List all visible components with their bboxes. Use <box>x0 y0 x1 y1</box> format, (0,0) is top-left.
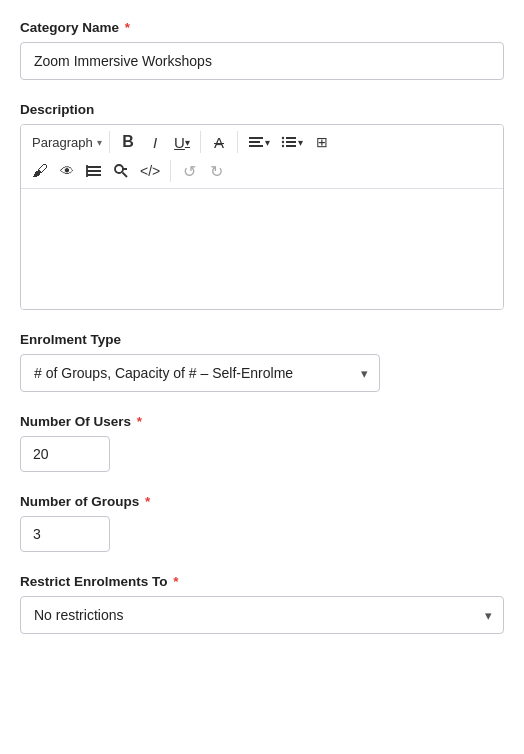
toolbar-sep-1 <box>109 131 110 153</box>
restrict-enrolments-select-wrapper: No restrictions ▾ <box>20 596 504 634</box>
category-name-label: Category Name * <box>20 20 504 35</box>
svg-point-7 <box>282 141 284 143</box>
category-name-section: Category Name * <box>20 20 504 80</box>
preview-button[interactable]: 👁 <box>54 158 80 184</box>
paragraph-chevron-icon: ▾ <box>97 137 102 148</box>
number-of-groups-section: Number of Groups * <box>20 494 504 552</box>
number-of-users-section: Number Of Users * <box>20 414 504 472</box>
restrict-enrolments-section: Restrict Enrolments To * No restrictions… <box>20 574 504 634</box>
toolbar-sep-4 <box>170 160 171 182</box>
number-of-users-label: Number Of Users * <box>20 414 504 429</box>
bold-button[interactable]: B <box>115 129 141 155</box>
indent-icon <box>86 163 102 179</box>
code-button[interactable]: </> <box>135 158 165 184</box>
restrict-enrolments-select[interactable]: No restrictions <box>20 596 504 634</box>
description-label: Description <box>20 102 504 117</box>
restrict-enrolments-label: Restrict Enrolments To * <box>20 574 504 589</box>
description-editor: Paragraph ▾ B I U▾ A ▾ <box>20 124 504 310</box>
find-replace-button[interactable] <box>108 158 134 184</box>
enrolment-type-select-wrapper: # of Groups, Capacity of # – Self-Enrolm… <box>20 354 380 392</box>
toolbar-sep-3 <box>237 131 238 153</box>
svg-point-8 <box>282 145 284 147</box>
description-body[interactable] <box>21 189 503 309</box>
special-button[interactable]: ⊞ <box>309 129 335 155</box>
number-of-groups-input[interactable] <box>20 516 110 552</box>
italic-button[interactable]: I <box>142 129 168 155</box>
redo-button[interactable]: ↻ <box>203 158 229 184</box>
underline-button[interactable]: U▾ <box>169 129 195 155</box>
undo-button[interactable]: ↺ <box>176 158 202 184</box>
enrolment-type-label: Enrolment Type <box>20 332 504 347</box>
description-section: Description Paragraph ▾ B I U▾ A <box>20 102 504 310</box>
number-of-users-input[interactable] <box>20 436 110 472</box>
strikethrough-button[interactable]: A <box>206 129 232 155</box>
editor-toolbar: Paragraph ▾ B I U▾ A ▾ <box>21 125 503 189</box>
find-icon <box>113 163 129 179</box>
svg-point-6 <box>282 137 284 139</box>
toolbar-row-2: 🖌 👁 </> ↺ ↻ <box>27 158 497 184</box>
align-icon <box>248 134 264 150</box>
toolbar-sep-2 <box>200 131 201 153</box>
paint-format-button[interactable]: 🖌 <box>27 158 53 184</box>
svg-line-14 <box>123 173 128 178</box>
enrolment-type-select[interactable]: # of Groups, Capacity of # – Self-Enrolm… <box>20 354 380 392</box>
align-button[interactable]: ▾ <box>243 129 275 155</box>
list-button[interactable]: ▾ <box>276 129 308 155</box>
svg-point-13 <box>115 165 123 173</box>
number-of-groups-label: Number of Groups * <box>20 494 504 509</box>
list-icon <box>281 134 297 150</box>
paragraph-select[interactable]: Paragraph <box>29 133 96 152</box>
indent-button[interactable] <box>81 158 107 184</box>
toolbar-row-1: Paragraph ▾ B I U▾ A ▾ <box>27 129 497 155</box>
category-name-input[interactable] <box>20 42 504 80</box>
paragraph-select-wrapper[interactable]: Paragraph ▾ <box>27 133 104 152</box>
enrolment-type-section: Enrolment Type # of Groups, Capacity of … <box>20 332 504 392</box>
